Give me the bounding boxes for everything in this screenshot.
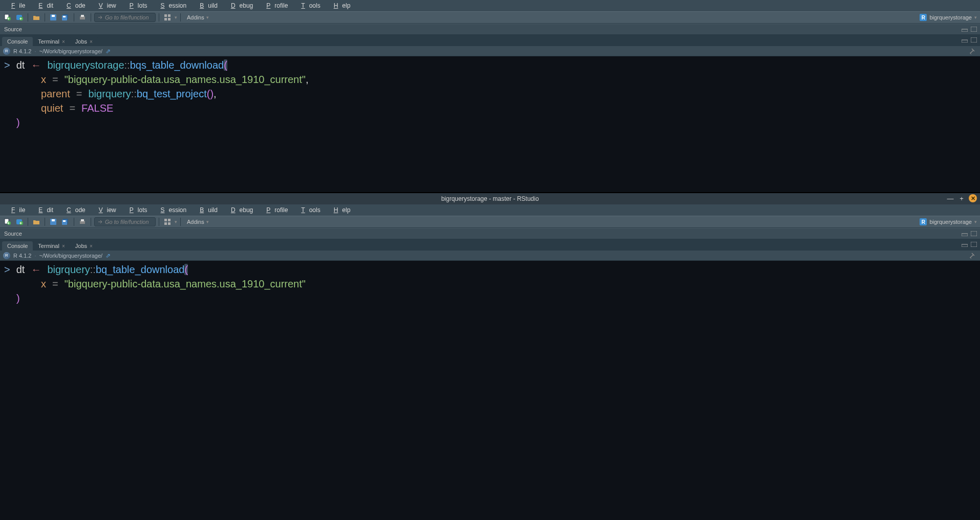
tab-terminal-2[interactable]: Terminal× (33, 241, 70, 251)
close-icon[interactable]: × (62, 39, 65, 45)
console-status-2: R R 4.1.2 · ~/Work/bigrquerystorage/ ⇗ (0, 251, 980, 261)
goto-file-function[interactable]: Go to file/function (94, 13, 156, 22)
menu-help[interactable]: Help (326, 1, 355, 10)
tab-terminal-1[interactable]: Terminal× (33, 37, 70, 46)
new-file-icon[interactable] (2, 217, 12, 226)
goto-file-function[interactable]: Go to file/function (94, 217, 156, 226)
clear-console-icon[interactable] (969, 47, 977, 55)
svg-rect-30 (164, 219, 167, 221)
project-badge-icon: R (920, 14, 927, 21)
save-icon[interactable] (48, 13, 58, 22)
close-icon[interactable]: × (90, 39, 93, 45)
svg-rect-17 (962, 40, 968, 43)
goto-placeholder: Go to file/function (105, 14, 149, 20)
window-title: bigrquerystorage - master - RStudio (441, 195, 539, 202)
project-badge-icon: R (920, 218, 927, 225)
menu-debug[interactable]: Debug (223, 1, 257, 10)
pane-max-icon[interactable] (970, 36, 978, 44)
print-icon[interactable] (77, 217, 88, 226)
menu-plots[interactable]: Plots (121, 205, 152, 215)
open-file-icon[interactable] (31, 217, 41, 226)
window-minimize-icon[interactable]: — (946, 194, 954, 202)
menu-debug[interactable]: Debug (223, 205, 257, 215)
pane-min-icon[interactable] (961, 26, 969, 33)
r-logo-icon: R (3, 48, 10, 55)
menu-session[interactable]: Session (153, 1, 191, 10)
menu-help[interactable]: Help (326, 205, 355, 215)
svg-rect-15 (962, 29, 968, 32)
svg-rect-10 (81, 15, 84, 17)
menu-tools[interactable]: Tools (293, 205, 324, 215)
svg-rect-18 (971, 37, 977, 43)
project-selector-1[interactable]: R bigrquerystorage ▾ (920, 14, 977, 21)
source-pane-header-2: Source (0, 228, 980, 239)
svg-rect-33 (168, 222, 171, 225)
window-maximize-icon[interactable]: + (957, 194, 966, 202)
new-project-icon[interactable] (14, 217, 25, 226)
window-close-icon[interactable]: ✕ (969, 194, 977, 202)
source-label: Source (4, 26, 22, 32)
new-file-icon[interactable] (2, 13, 12, 22)
pane-max-icon[interactable] (970, 26, 978, 33)
menu-file[interactable]: File (3, 1, 29, 10)
menu-build[interactable]: Build (191, 205, 222, 215)
svg-rect-37 (971, 242, 977, 247)
source-pane-header-1: Source (0, 24, 980, 35)
tab-console-2[interactable]: Console (2, 241, 33, 251)
menu-code[interactable]: Code (58, 1, 90, 10)
svg-rect-32 (164, 222, 167, 225)
pane-max-icon[interactable] (970, 241, 978, 248)
save-all-icon[interactable] (60, 217, 71, 226)
console-tabbar-2: Console Terminal× Jobs× (0, 239, 980, 251)
svg-rect-29 (81, 219, 84, 221)
menu-build[interactable]: Build (191, 1, 222, 10)
pane-min-icon[interactable] (961, 36, 969, 44)
open-file-icon[interactable] (31, 13, 41, 22)
menubar-2: File Edit Code View Plots Session Build … (0, 204, 980, 216)
console-body-2[interactable]: > dt ← bigrquery::bq_table_download( x =… (0, 261, 980, 520)
tab-console-1[interactable]: Console (2, 37, 33, 46)
pop-out-icon[interactable]: ⇗ (105, 48, 111, 55)
grid-icon[interactable] (162, 13, 173, 22)
r-logo-icon: R (3, 252, 10, 259)
pop-out-icon[interactable]: ⇗ (105, 252, 111, 259)
menu-profile[interactable]: Profile (258, 1, 292, 10)
clear-console-icon[interactable] (969, 252, 977, 260)
working-dir[interactable]: ~/Work/bigrquerystorage/ (39, 48, 103, 54)
save-all-icon[interactable] (60, 13, 71, 22)
close-icon[interactable]: × (62, 243, 65, 249)
print-icon[interactable] (77, 13, 88, 22)
menu-plots[interactable]: Plots (121, 1, 152, 10)
menu-tools[interactable]: Tools (293, 1, 324, 10)
menu-edit[interactable]: Edit (30, 205, 57, 215)
console-body-1[interactable]: > dt ← bigrquerystorage::bqs_table_downl… (0, 56, 980, 192)
console-status-1: R R 4.1.2 · ~/Work/bigrquerystorage/ ⇗ (0, 46, 980, 56)
svg-rect-35 (971, 231, 977, 236)
menu-profile[interactable]: Profile (258, 205, 292, 215)
menu-session[interactable]: Session (153, 205, 191, 215)
svg-rect-14 (168, 18, 171, 20)
grid-icon[interactable] (162, 217, 173, 226)
toolbar-2: Go to file/function ▾ Addins▾ R bigrquer… (0, 216, 980, 228)
pane-min-icon[interactable] (961, 241, 969, 248)
menu-edit[interactable]: Edit (30, 1, 57, 10)
save-icon[interactable] (48, 217, 58, 226)
menu-file[interactable]: File (3, 205, 29, 215)
goto-arrow-icon (98, 219, 103, 224)
close-icon[interactable]: × (90, 243, 93, 249)
svg-rect-16 (971, 27, 977, 32)
menu-view[interactable]: View (91, 1, 120, 10)
addins-menu[interactable]: Addins▾ (184, 219, 212, 225)
svg-rect-36 (962, 244, 968, 247)
svg-rect-27 (63, 220, 66, 222)
menu-code[interactable]: Code (58, 205, 90, 215)
pane-max-icon[interactable] (970, 230, 978, 237)
project-selector-2[interactable]: R bigrquerystorage ▾ (920, 218, 977, 225)
new-project-icon[interactable] (14, 13, 25, 22)
menu-view[interactable]: View (91, 205, 120, 215)
tab-jobs-1[interactable]: Jobs× (70, 37, 98, 46)
svg-rect-11 (164, 14, 167, 17)
tab-jobs-2[interactable]: Jobs× (70, 241, 98, 251)
addins-menu[interactable]: Addins▾ (184, 14, 212, 20)
pane-min-icon[interactable] (961, 230, 969, 237)
